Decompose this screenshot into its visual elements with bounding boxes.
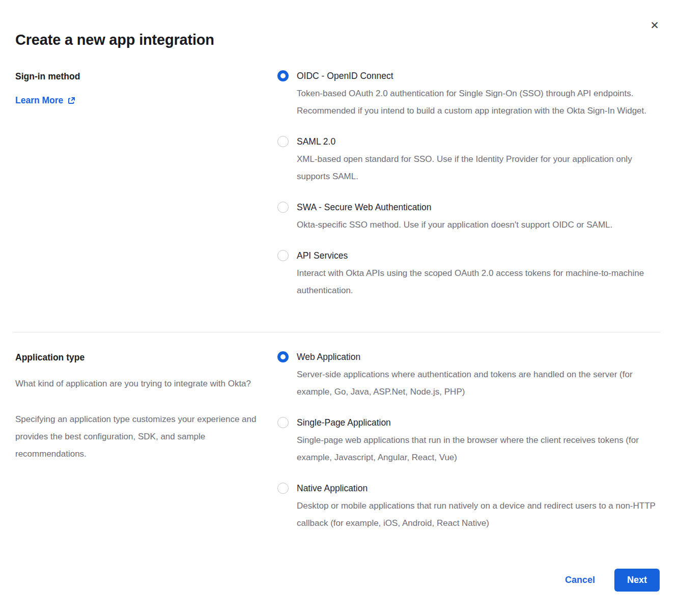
radio-button-saml[interactable] [277,136,289,147]
radio-option-description: Interact with Okta APIs using the scoped… [297,265,661,299]
section-divider [13,332,660,332]
application-type-options: Web Application Server-side applications… [277,351,662,532]
create-app-integration-dialog: ✕ Create a new app integration Sign-in m… [0,0,678,616]
radio-option-label: SWA - Secure Web Authentication [297,201,612,213]
radio-button-single-page-application[interactable] [277,417,289,428]
radio-option-swa[interactable]: SWA - Secure Web Authentication Okta-spe… [277,201,662,234]
radio-option-web-application[interactable]: Web Application Server-side applications… [277,351,662,401]
external-link-icon [67,96,76,105]
signin-method-section: Sign-in method Learn More OIDC - OpenID … [15,70,662,299]
radio-option-saml[interactable]: SAML 2.0 XML-based open standard for SSO… [277,135,662,185]
radio-option-api-services[interactable]: API Services Interact with Okta APIs usi… [277,249,662,299]
radio-option-description: Desktop or mobile applications that run … [297,497,661,532]
application-type-section: Application type What kind of applicatio… [15,351,662,532]
radio-button-swa[interactable] [277,202,289,213]
radio-option-native-application[interactable]: Native Application Desktop or mobile app… [277,482,662,532]
page-title: Create a new app integration [15,32,662,48]
radio-option-description: Server-side applications where authentic… [297,366,661,401]
radio-option-label: API Services [297,249,661,262]
radio-button-api-services[interactable] [277,250,289,261]
radio-option-label: Native Application [297,482,661,494]
radio-option-label: SAML 2.0 [297,135,661,148]
application-type-explanation: Specifying an application type customize… [15,411,259,463]
radio-option-description: Okta-specific SSO method. Use if your ap… [297,216,612,234]
radio-option-label: Single-Page Application [297,416,661,429]
application-type-left-column: Application type What kind of applicatio… [15,351,277,463]
application-type-question: What kind of application are you trying … [15,375,259,393]
signin-method-label: Sign-in method [15,71,277,82]
signin-method-options: OIDC - OpenID Connect Token-based OAuth … [277,70,662,299]
dialog-footer: Cancel Next [15,569,662,592]
radio-option-description: XML-based open standard for SSO. Use if … [297,151,661,185]
radio-option-single-page-application[interactable]: Single-Page Application Single-page web … [277,416,662,466]
next-button[interactable]: Next [614,569,660,592]
radio-button-native-application[interactable] [277,483,289,494]
radio-button-oidc[interactable] [277,70,289,81]
signin-method-left-column: Sign-in method Learn More [15,70,277,106]
radio-option-description: Token-based OAuth 2.0 authentication for… [297,85,661,120]
learn-more-link[interactable]: Learn More [15,95,76,106]
close-icon[interactable]: ✕ [647,18,662,33]
cancel-button[interactable]: Cancel [565,575,595,585]
radio-option-label: Web Application [297,351,661,363]
radio-option-description: Single-page web applications that run in… [297,432,661,466]
application-type-label: Application type [15,352,277,363]
radio-option-oidc[interactable]: OIDC - OpenID Connect Token-based OAuth … [277,70,662,120]
radio-button-web-application[interactable] [277,351,289,362]
learn-more-label: Learn More [15,95,63,106]
radio-option-label: OIDC - OpenID Connect [297,70,661,82]
